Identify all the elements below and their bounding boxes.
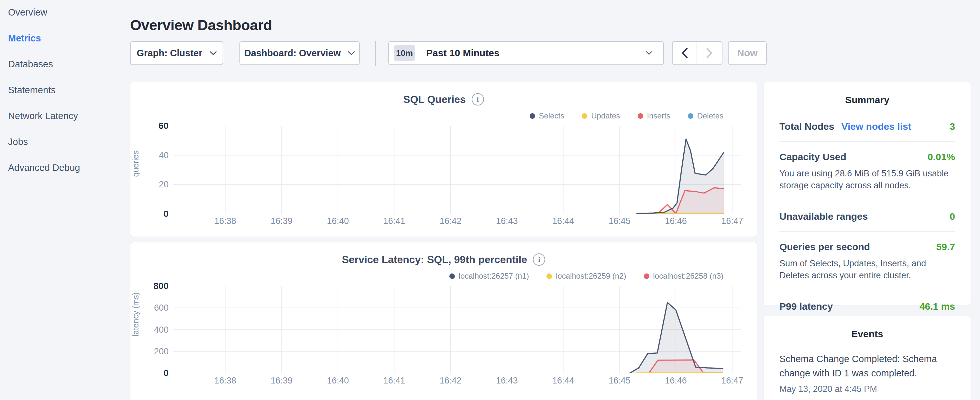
- chart-legend: localhost:26257 (n1)localhost:26259 (n2)…: [449, 271, 724, 280]
- legend-item: localhost:26258 (n3): [644, 271, 724, 280]
- x-axis-tick-labels: 16:3816:3916:4016:4116:4216:4316:4416:45…: [173, 376, 741, 387]
- sidebar-item-databases[interactable]: Databases: [8, 51, 124, 77]
- event-timestamp: May 13, 2020 at 4:45 PM: [780, 384, 955, 394]
- legend-dot-icon: [582, 113, 587, 119]
- dashboard-dropdown[interactable]: Dashboard: Overview: [239, 41, 360, 65]
- summary-row-note: You are using 28.6 MiB of 515.9 GiB usab…: [780, 167, 955, 191]
- sidebar-item-network-latency[interactable]: Network Latency: [8, 103, 124, 129]
- dashboard-dropdown-label: Dashboard: Overview: [244, 48, 341, 59]
- legend-dot-icon: [449, 274, 455, 279]
- summary-row-value: 46.1 ms: [920, 301, 955, 312]
- sidebar-item-jobs[interactable]: Jobs: [8, 129, 124, 155]
- legend-label: localhost:26259 (n2): [556, 271, 626, 280]
- x-tick-label: 16:43: [496, 376, 518, 386]
- y-tick-label: 0: [163, 209, 169, 219]
- chart-legend: SelectsUpdatesInsertsDeletes: [530, 112, 724, 120]
- chevron-right-icon: [706, 48, 713, 59]
- y-tick-label: 40: [159, 150, 169, 160]
- graph-scope-dropdown-label: Graph: Cluster: [137, 48, 202, 59]
- time-range-dropdown[interactable]: 10m Past 10 Minutes: [388, 41, 664, 65]
- now-button[interactable]: Now: [728, 41, 767, 65]
- info-icon[interactable]: i: [472, 93, 484, 105]
- graph-scope-dropdown[interactable]: Graph: Cluster: [130, 41, 223, 65]
- x-tick-label: 16:39: [270, 216, 293, 226]
- chart-title: SQL Queries: [403, 94, 466, 105]
- chart-plot-svg: [173, 286, 741, 373]
- summary-row-total-nodes: Total Nodes View nodes list 3: [780, 112, 955, 142]
- legend-label: localhost:26258 (n3): [653, 271, 724, 280]
- chevron-down-icon: [646, 51, 652, 55]
- time-range-badge: 10m: [394, 45, 415, 61]
- events-title: Events: [780, 316, 955, 339]
- x-tick-label: 16:45: [609, 376, 631, 386]
- summary-panel: Summary Total Nodes View nodes list 3 Ca…: [764, 82, 971, 306]
- time-range-label: Past 10 Minutes: [426, 48, 646, 59]
- chevron-down-icon: [210, 51, 217, 55]
- plot-area: [173, 286, 741, 373]
- summary-row-unavailable-ranges: Unavailable ranges 0: [780, 201, 955, 232]
- legend-item: Selects: [530, 112, 565, 120]
- x-tick-label: 16:42: [440, 216, 462, 226]
- event-item[interactable]: Schema Change Completed: Schema change w…: [780, 352, 955, 394]
- time-step-forward-button[interactable]: [697, 42, 722, 64]
- summary-row-value: 59.7: [936, 241, 955, 252]
- x-tick-label: 16:44: [552, 376, 574, 386]
- legend-label: localhost:26257 (n1): [459, 271, 529, 280]
- chevron-down-icon: [348, 51, 355, 55]
- summary-row-capacity-used: Capacity Used 0.01% You are using 28.6 M…: [780, 142, 955, 201]
- legend-item: localhost:26259 (n2): [546, 271, 626, 280]
- events-panel: Events Schema Change Completed: Schema c…: [764, 316, 971, 400]
- y-tick-label: 800: [153, 281, 169, 291]
- x-tick-label: 16:47: [721, 216, 743, 226]
- sidebar-item-advanced-debug[interactable]: Advanced Debug: [8, 155, 124, 180]
- y-axis-tick-labels: 0200400600800: [130, 286, 169, 373]
- plot-area: [173, 126, 741, 214]
- sidebar-nav: Overview Metrics Databases Statements Ne…: [8, 0, 124, 180]
- y-axis-tick-labels: 0204060: [130, 126, 169, 214]
- x-tick-label: 16:47: [721, 376, 743, 386]
- y-tick-label: 200: [154, 346, 169, 356]
- summary-row-label: Capacity Used: [780, 151, 846, 163]
- x-tick-label: 16:40: [327, 376, 349, 386]
- legend-item: localhost:26257 (n1): [449, 271, 529, 280]
- legend-item: Updates: [582, 112, 620, 120]
- overview-dashboard-page: { "sidebar": { "items": [ {"label": "Ove…: [0, 0, 980, 400]
- view-nodes-list-link[interactable]: View nodes list: [841, 121, 911, 132]
- y-tick-label: 20: [159, 180, 169, 190]
- summary-row-label: Unavailable ranges: [780, 211, 868, 222]
- summary-row-value: 3: [950, 121, 955, 132]
- legend-dot-icon: [644, 274, 649, 279]
- legend-label: Updates: [591, 112, 620, 120]
- chart-title: Service Latency: SQL, 99th percentile: [342, 254, 527, 266]
- x-tick-label: 16:39: [270, 376, 293, 386]
- info-icon[interactable]: i: [533, 253, 545, 266]
- legend-label: Inserts: [647, 112, 670, 120]
- sql-queries-chart-card: SQL Queries i SelectsUpdatesInsertsDelet…: [130, 82, 757, 237]
- x-axis-tick-labels: 16:3816:3916:4016:4116:4216:4316:4416:45…: [173, 216, 741, 228]
- sidebar-item-metrics[interactable]: Metrics: [8, 25, 124, 51]
- summary-title: Summary: [780, 82, 955, 105]
- page-title: Overview Dashboard: [130, 17, 272, 33]
- legend-dot-icon: [688, 113, 694, 119]
- legend-item: Deletes: [688, 112, 724, 120]
- y-tick-label: 400: [154, 325, 169, 335]
- sidebar-item-statements[interactable]: Statements: [8, 77, 124, 103]
- summary-row-label: Total Nodes: [780, 121, 834, 132]
- legend-label: Deletes: [697, 112, 724, 120]
- x-tick-label: 16:41: [383, 376, 406, 386]
- x-tick-label: 16:40: [327, 216, 349, 226]
- event-text: Schema Change Completed: Schema change w…: [780, 352, 955, 380]
- summary-row-value: 0: [950, 211, 955, 222]
- x-tick-label: 16:45: [609, 216, 631, 226]
- chart-plot-svg: [173, 126, 741, 214]
- time-step-back-button[interactable]: [673, 42, 697, 64]
- legend-label: Selects: [539, 112, 565, 120]
- x-tick-label: 16:42: [440, 376, 462, 386]
- sidebar-item-overview[interactable]: Overview: [8, 0, 124, 25]
- x-tick-label: 16:44: [552, 216, 574, 226]
- summary-row-queries-per-second: Queries per second 59.7 Sum of Selects, …: [780, 232, 955, 291]
- x-tick-label: 16:43: [496, 216, 518, 226]
- controls-divider: [375, 41, 376, 66]
- service-latency-chart-card: Service Latency: SQL, 99th percentile i …: [130, 242, 757, 400]
- x-tick-label: 16:38: [214, 376, 236, 386]
